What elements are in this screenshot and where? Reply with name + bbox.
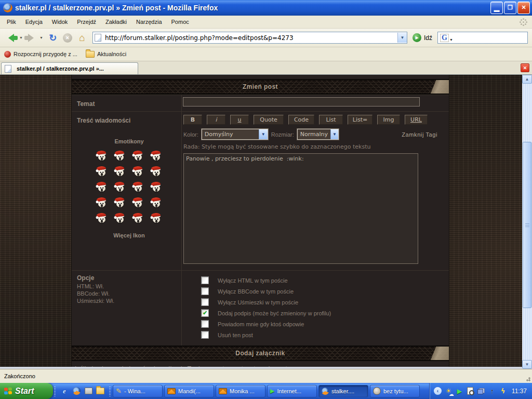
stop-button[interactable]: ✕ (61, 32, 74, 44)
url-bar[interactable]: ▼ (92, 32, 407, 44)
weather-icon[interactable]: ☀ (445, 387, 453, 395)
vertical-scrollbar[interactable]: ▲ ▼ (522, 75, 532, 369)
back-dropdown-icon[interactable]: ▼ (19, 36, 23, 39)
firefox-icon (322, 388, 329, 395)
menu-widok[interactable]: Widok (47, 17, 73, 26)
santa-geek-icon[interactable] (97, 197, 108, 208)
document-search-icon[interactable] (467, 387, 474, 395)
tab-active[interactable]: stalker.pl / stalkerzone.prv.pl »... (1, 62, 138, 74)
taskbar-item-monika[interactable]: Monika ... (216, 385, 265, 397)
santa-evil-icon[interactable] (133, 182, 144, 193)
forward-button[interactable] (24, 34, 38, 42)
taskbar-item-internet[interactable]: ▶ Internet... (267, 385, 317, 397)
santa-exclaim-icon[interactable] (133, 197, 144, 208)
size-select[interactable]: Normalny ▼ (297, 129, 339, 140)
checkbox[interactable]: ✔ (201, 298, 209, 306)
minimize-button[interactable]: ▬ (490, 2, 503, 14)
checkbox-checked[interactable]: ✔ (201, 309, 209, 317)
santa-redface-icon[interactable] (115, 166, 126, 177)
checkbox[interactable]: ✔ (201, 331, 209, 339)
santa-grin-icon[interactable] (151, 213, 162, 224)
menu-przejdz[interactable]: Przejdź (72, 17, 101, 26)
google-icon[interactable]: G (440, 34, 449, 42)
go-icon[interactable]: ▶ (413, 33, 421, 42)
restore-button[interactable]: ❐ (504, 2, 516, 14)
santa-mad-icon[interactable] (115, 182, 126, 193)
italic-button[interactable]: i (207, 115, 225, 125)
santa-smile-icon[interactable] (115, 151, 126, 162)
santa-confused-icon[interactable] (151, 166, 162, 177)
taskbar-item-bez-tytulu[interactable]: bez tytu... (370, 385, 420, 397)
tab-bar: stalker.pl / stalkerzone.prv.pl »... ✕ (0, 61, 532, 75)
toolbar-handle[interactable] (109, 386, 111, 396)
message-textarea[interactable]: Panowie , przeciesz to pierdolenie :wink… (183, 153, 418, 264)
santa-lol-icon[interactable] (97, 182, 108, 193)
show-desktop-icon[interactable] (84, 387, 92, 395)
tray-collapse-icon[interactable]: ‹ (434, 387, 442, 395)
santa-question-icon[interactable] (151, 197, 162, 208)
scroll-up-icon[interactable]: ▲ (522, 75, 532, 84)
subject-input[interactable] (183, 97, 420, 107)
close-tags-link[interactable]: Zamknij Tagi (402, 131, 437, 138)
santa-biggrin-icon[interactable] (97, 151, 108, 162)
go-button[interactable]: Idź (424, 34, 432, 42)
back-button[interactable] (4, 34, 18, 42)
taskbar-item-wina[interactable]: ✎ - Wina... (113, 385, 163, 397)
url-dropdown-icon[interactable]: ▼ (397, 33, 407, 43)
power-icon[interactable]: ϟ (499, 387, 507, 395)
checkbox[interactable]: ✔ (201, 320, 209, 328)
menu-edycja[interactable]: Edycja (21, 17, 47, 26)
bookmark-folder[interactable]: Aktualności (86, 51, 126, 58)
resize-grip[interactable] (525, 376, 531, 382)
chevron-down-icon[interactable]: ▼ (330, 129, 338, 139)
code-button[interactable]: Code (288, 115, 314, 125)
search-input[interactable] (453, 33, 532, 42)
home-button[interactable]: ⌂ (76, 32, 88, 44)
menu-plik[interactable]: Plik (2, 17, 21, 26)
start-button[interactable]: Start (0, 383, 53, 399)
menu-narzedzia[interactable]: Narzędzia (131, 17, 167, 26)
forward-dropdown-icon[interactable]: ▼ (39, 36, 43, 39)
ordered-list-button[interactable]: List= (348, 115, 373, 125)
more-icons-link[interactable]: Więcej Ikon (77, 232, 181, 238)
color-select[interactable]: Domyślny ▼ (202, 129, 268, 140)
menu-pomoc[interactable]: Pomoc (167, 17, 194, 26)
santa-twisted-icon[interactable] (151, 182, 162, 193)
underline-button[interactable]: u (230, 115, 249, 125)
network-icon[interactable] (477, 387, 485, 395)
img-button[interactable]: Img (377, 115, 400, 125)
quote-button[interactable]: Quote (254, 115, 284, 125)
santa-cool-icon[interactable] (133, 166, 144, 177)
url-button[interactable]: URL (405, 115, 428, 125)
folder-icon[interactable] (96, 387, 104, 395)
checkbox[interactable]: ✔ (201, 276, 209, 284)
santa-wink-icon[interactable] (115, 197, 126, 208)
scroll-down-icon[interactable]: ▼ (522, 360, 532, 369)
tray-play-icon[interactable]: ▶ (456, 387, 463, 395)
firefox-icon[interactable] (72, 387, 81, 395)
santa-sad-icon[interactable] (133, 151, 144, 162)
internet-explorer-icon[interactable]: e (60, 387, 69, 395)
close-button[interactable]: ✕ (517, 2, 530, 14)
scrollbar-thumb[interactable] (523, 142, 531, 308)
reload-button[interactable]: ↻ (47, 32, 59, 44)
santa-razz-icon[interactable] (97, 213, 108, 224)
search-box[interactable]: G ▼ (437, 32, 528, 44)
search-engine-dropdown-icon[interactable]: ▼ (449, 38, 453, 42)
taskbar-item-stalker[interactable]: stalker.... (318, 385, 368, 397)
santa-surprised-icon[interactable] (151, 151, 162, 162)
url-input[interactable] (104, 34, 397, 42)
santa-neutral-icon[interactable] (133, 213, 144, 224)
checkbox[interactable]: ✔ (201, 287, 209, 295)
bookmark-item[interactable]: Rozpocznij przygodę z ... (4, 51, 77, 58)
menu-zakladki[interactable]: Zakładki (101, 17, 131, 26)
close-tab-button[interactable]: ✕ (521, 63, 529, 72)
list-button[interactable]: List (319, 115, 343, 125)
bold-button[interactable]: B (183, 115, 202, 125)
update-arrow-icon[interactable]: ↑ (488, 387, 496, 395)
santa-arrow-icon[interactable] (115, 213, 126, 224)
chevron-down-icon[interactable]: ▼ (259, 129, 268, 139)
santa-rolleyes-icon[interactable] (97, 166, 108, 177)
toolbar-handle[interactable] (54, 386, 56, 396)
taskbar-item-mandi[interactable]: Mandi(... (164, 385, 214, 397)
